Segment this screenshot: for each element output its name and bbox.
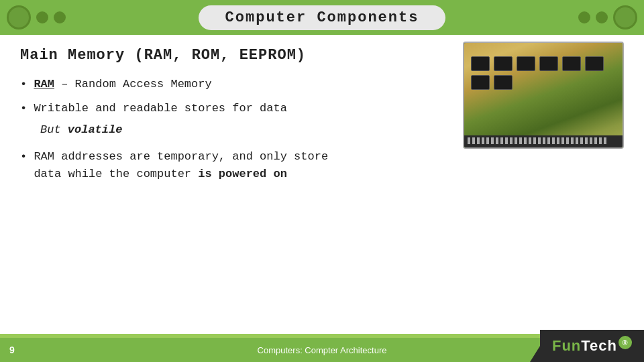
bottom-bar: 9 Computers: Compter Architecture FunTec… [0,338,644,362]
ram-chips [471,56,616,90]
ram-pin [543,137,545,144]
header-title: Computer Components [225,9,419,26]
circle-icon-lg [7,5,31,29]
bullet-ram-addresses: • RAM addresses are temporary, and only … [20,148,624,182]
ram-pin [500,137,503,144]
circle-icon-sm4 [596,11,608,23]
funtech-logo: FunTech® [540,330,644,362]
ram-pin [519,137,522,144]
volatile-word: volatile [68,123,123,136]
circle-icon-sm3 [578,11,590,23]
ram-edge [464,135,623,147]
circle-icon-sm [36,11,48,23]
ram-image-inner [464,43,623,147]
ram-addresses-line2-bold: is powered on [198,168,287,180]
ram-pin [571,137,574,144]
header-decoration-left [7,5,66,29]
ram-pin [491,137,494,144]
header-decoration-right [578,5,637,29]
ram-pin [533,137,536,144]
main-content: Main Memory (RAM, ROM, EEPROM) • RAM – R… [0,35,644,182]
ram-pin [547,137,550,144]
ram-addresses-line1: RAM addresses are temporary, and only st… [34,150,328,163]
circle-icon-sm2 [54,11,66,23]
ram-pin [561,137,564,144]
ram-pin [566,137,569,144]
ram-pin [515,137,517,144]
circle-icon-lg2 [613,5,637,29]
ram-chip [562,56,581,71]
ram-label: RAM [34,78,54,90]
ram-pin [482,137,484,144]
ram-pin [477,137,480,144]
funtech-text: FunTech® [552,337,632,355]
ram-pin [496,137,498,144]
page-number: 9 [9,345,15,355]
ram-pin [486,137,489,144]
ram-pin [468,137,470,144]
ram-pin [505,137,508,144]
funtech-fun: Fun [552,337,581,354]
ram-pin [580,137,583,144]
ram-image [463,42,624,149]
ram-pin [538,137,541,144]
volatile-prefix: But [40,123,68,136]
ram-chip [471,75,490,90]
ram-pin [590,137,592,144]
ram-chip [471,56,490,71]
funtech-tech: Tech [581,337,617,354]
ram-pin [599,137,602,144]
ram-pin [576,137,578,144]
footer-center-text: Computers: Compter Architecture [258,345,387,355]
ram-pin [594,137,597,144]
ram-pin [472,137,475,144]
ram-separator: – Random Access Memory [54,78,212,90]
ram-chip [539,56,558,71]
funtech-registered-icon: ® [619,336,632,349]
writable-text: Writable and readable stores for data [34,102,286,115]
ram-chip [494,75,513,90]
ram-pin [585,137,588,144]
ram-pin [604,137,606,144]
header-title-box: Computer Components [199,5,446,30]
ram-pin [552,137,555,144]
header-bar: Computer Components [0,0,644,35]
ram-pin [529,137,531,144]
ram-chip [517,56,535,71]
ram-chip [494,56,513,71]
ram-pin [524,137,527,144]
ram-addresses-line2-normal: data while the computer [34,168,198,180]
ram-pin [510,137,513,144]
ram-pin [557,137,559,144]
ram-chip [585,56,604,71]
